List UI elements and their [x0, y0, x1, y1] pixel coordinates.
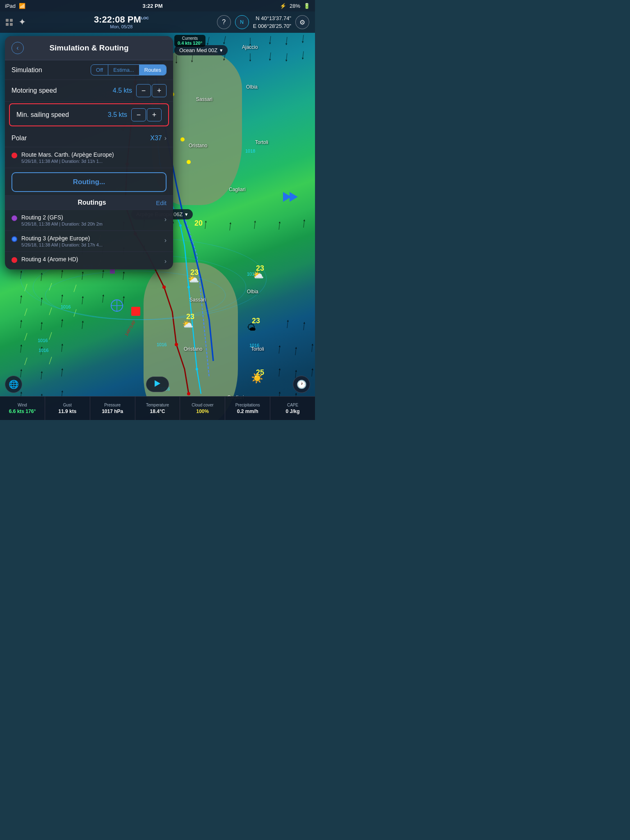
- globe-icon: 🌐: [9, 379, 19, 389]
- min-sailing-speed-decrease-btn[interactable]: −: [131, 108, 146, 121]
- battery-icon: 🔋: [304, 3, 310, 9]
- cloud-cover-value: 100%: [196, 409, 209, 414]
- routings-section-header: Routings Edit: [5, 195, 173, 210]
- motoring-speed-label: Motoring speed: [11, 87, 113, 94]
- pressure-label: Pressure: [104, 403, 121, 407]
- simulation-off-btn[interactable]: Off: [91, 65, 108, 75]
- status-left: iPad 📶: [5, 3, 25, 9]
- weather-bar: Wind 6.6 kts 176° Gust 11.9 kts Pressure…: [0, 396, 315, 420]
- layer1-label: Ocean Med 00Z: [179, 47, 217, 53]
- active-route-dot: [11, 153, 17, 158]
- globe-button[interactable]: 🌐: [5, 376, 22, 393]
- motoring-speed-value: 4.5 kts: [113, 87, 132, 94]
- motoring-speed-decrease-btn[interactable]: −: [136, 84, 151, 97]
- routing-2-dot: [11, 215, 17, 221]
- routing-2-info: Routing 2 (GFS) 5/26/18, 11:38 AM | Dura…: [21, 214, 160, 226]
- coord-n: N 40°13'37.74": [253, 14, 291, 23]
- routing-3-meta: 5/26/18, 11:38 AM | Duration: 3d 17h 4..…: [21, 242, 160, 247]
- weather-cell-precip: Precipitations 0.2 mm/h: [225, 397, 270, 420]
- routing-4-info: Routing 4 (Arome HD): [21, 256, 160, 262]
- nav-coordinates: N 40°13'37.74" E 006°28'25.70": [253, 14, 291, 30]
- precip-value: 0.2 mm/h: [237, 409, 258, 414]
- routing-2-meta: 5/26/18, 11:38 AM | Duration: 3d 20h 2m: [21, 221, 160, 226]
- routing-2-name: Routing 2 (GFS): [21, 214, 160, 221]
- routing-2-item[interactable]: Routing 2 (GFS) 5/26/18, 11:38 AM | Dura…: [5, 210, 173, 231]
- top-nav-bar: ✦ 3:22:08 PMLOC Mon, 05/28 ? N N 40°13'3…: [0, 11, 315, 33]
- gear-icon: ⚙: [299, 18, 305, 26]
- back-chevron-icon: ‹: [16, 44, 18, 52]
- polar-row[interactable]: Polar X37 ›: [5, 130, 173, 147]
- simulation-label: Simulation: [11, 66, 91, 74]
- min-sailing-speed-stepper: − +: [131, 108, 162, 121]
- nav-left-icons: ✦: [6, 17, 26, 27]
- nav-time-display: 3:22:08 PMLOC: [94, 15, 149, 24]
- cape-label: CAPE: [287, 403, 298, 407]
- status-time: 3:22 PM: [142, 3, 162, 9]
- nav-time-block: 3:22:08 PMLOC Mon, 05/28: [94, 15, 149, 29]
- panel-header: ‹ Simulation & Routing: [5, 36, 173, 60]
- simulation-routing-panel: ‹ Simulation & Routing Simulation Off Es…: [5, 36, 173, 269]
- min-sailing-speed-value: 3.5 kts: [108, 111, 127, 119]
- currents-label: Currents: [178, 36, 202, 41]
- pressure-value: 1017 hPa: [102, 409, 123, 414]
- nav-date-display: Mon, 05/28: [94, 24, 149, 29]
- status-bar: iPad 📶 3:22 PM ⚡ 28% 🔋: [0, 0, 315, 11]
- status-right: ⚡ 28% 🔋: [280, 3, 310, 9]
- simulation-routes-btn[interactable]: Routes: [139, 65, 166, 75]
- polar-label: Polar: [11, 135, 150, 142]
- polar-chevron-icon: ›: [164, 135, 167, 142]
- weather-cell-wind: Wind 6.6 kts 176°: [0, 397, 45, 420]
- routing-3-dot: [11, 236, 17, 242]
- bluetooth-icon: ⚡: [280, 3, 286, 9]
- precip-label: Precipitations: [235, 403, 260, 407]
- simulation-estima-btn[interactable]: Estima...: [108, 65, 139, 75]
- compass-icon: N: [240, 19, 244, 25]
- routing-4-item[interactable]: Routing 4 (Arome HD) ›: [5, 252, 173, 269]
- routing-3-chevron-icon: ›: [164, 237, 167, 244]
- active-route-item[interactable]: Route Mars. Carth. (Arpège Europe) 5/26/…: [5, 147, 173, 168]
- routing-4-chevron-icon: ›: [164, 258, 167, 265]
- wind-label: Wind: [18, 403, 27, 407]
- north-star-icon[interactable]: ✦: [18, 17, 26, 27]
- panel-title: Simulation & Routing: [24, 43, 154, 52]
- temperature-value: 18.4°C: [150, 409, 165, 414]
- layer2-dropdown-icon: ▾: [185, 211, 188, 217]
- wind-value: 6.6 kts 176°: [9, 409, 36, 414]
- play-triangle-icon: [155, 380, 160, 387]
- motoring-speed-increase-btn[interactable]: +: [152, 84, 167, 97]
- min-sailing-speed-increase-btn[interactable]: +: [147, 108, 162, 121]
- compass-button[interactable]: N: [235, 15, 249, 29]
- panel-back-button[interactable]: ‹: [11, 42, 24, 54]
- motoring-speed-stepper: − +: [136, 84, 167, 97]
- clock-button[interactable]: 🕐: [293, 376, 310, 393]
- routing-3-item[interactable]: Routing 3 (Arpège Europe) 5/26/18, 11:38…: [5, 231, 173, 252]
- clock-icon: 🕐: [297, 379, 307, 389]
- apps-grid-icon[interactable]: [6, 19, 13, 26]
- routing-2-chevron-icon: ›: [164, 216, 167, 223]
- weather-cell-temperature: Temperature 18.4°C: [135, 397, 180, 420]
- weather-cell-pressure: Pressure 1017 hPa: [90, 397, 135, 420]
- routing-4-dot: [11, 257, 17, 263]
- active-route-meta: 5/26/18, 11:38 AM | Duration: 3d 11h 1..…: [21, 159, 167, 164]
- layer1-dropdown-icon: ▾: [220, 47, 223, 53]
- routing-button[interactable]: Routing...: [11, 172, 167, 192]
- playback-button[interactable]: [146, 377, 169, 392]
- temperature-label: Temperature: [146, 403, 169, 407]
- min-sailing-speed-label: Min. sailing speed: [16, 111, 108, 119]
- routing-4-name: Routing 4 (Arome HD): [21, 256, 160, 262]
- active-route-info: Route Mars. Carth. (Arpège Europe) 5/26/…: [21, 151, 167, 164]
- simulation-row: Simulation Off Estima... Routes: [5, 60, 173, 80]
- routings-title: Routings: [28, 199, 156, 206]
- coord-e: E 006°28'25.70": [253, 22, 291, 30]
- ipad-label: iPad: [5, 3, 16, 9]
- gust-value: 11.9 kts: [58, 409, 76, 414]
- help-button[interactable]: ?: [217, 15, 231, 29]
- weather-cell-cape: CAPE 0 J/kg: [270, 397, 315, 420]
- settings-button[interactable]: ⚙: [295, 15, 309, 29]
- help-icon: ?: [222, 18, 226, 26]
- active-route-name: Route Mars. Carth. (Arpège Europe): [21, 151, 167, 158]
- cape-value: 0 J/kg: [286, 409, 300, 414]
- polar-value: X37: [150, 135, 162, 142]
- routings-edit-button[interactable]: Edit: [156, 199, 167, 206]
- routing-3-name: Routing 3 (Arpège Europe): [21, 235, 160, 242]
